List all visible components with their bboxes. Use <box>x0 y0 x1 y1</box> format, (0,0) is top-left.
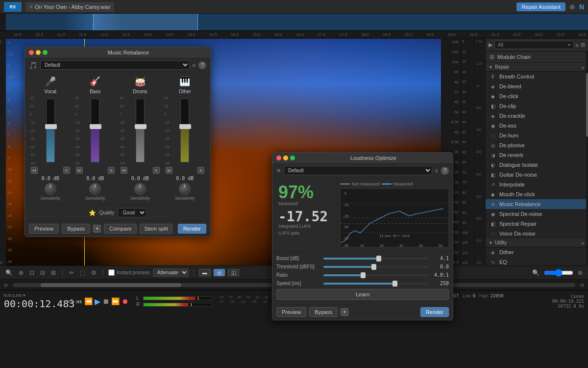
mr-menu-button[interactable]: ≡ <box>193 62 196 68</box>
lo-close-button[interactable] <box>276 156 281 160</box>
other-mute-button[interactable]: M <box>166 167 172 174</box>
mr-help-button[interactable]: ? <box>198 61 206 69</box>
file-tab[interactable]: × On Your Own - Abby Carey.wav <box>25 2 114 12</box>
lo-speed-slider[interactable] <box>323 283 429 285</box>
scroll-right-icon[interactable]: ⊲ <box>579 282 584 289</box>
lo-menu-button[interactable]: ≡ <box>435 168 438 174</box>
module-item-de-plosive[interactable]: ◎ De-plosive <box>486 140 588 150</box>
spectrogram-view-button[interactable]: ▤ <box>214 269 225 276</box>
other-solo-button[interactable]: S <box>197 167 204 174</box>
mr-render-button[interactable]: Render <box>178 224 206 234</box>
drums-fader-track[interactable] <box>136 99 145 162</box>
module-item-de-hum[interactable]: ◌ De-hum <box>486 131 588 140</box>
right-panel-scrollbar-thumb[interactable] <box>586 73 588 137</box>
lo-threshold-slider[interactable] <box>323 266 429 268</box>
utility-section-header[interactable]: ▼ Utility ▲ <box>486 238 588 247</box>
record-button[interactable]: ⏺ <box>122 297 128 305</box>
module-item-dither[interactable]: ◈ Dither <box>486 247 588 257</box>
scrollbar-thumb[interactable] <box>41 283 181 287</box>
zoom-selection-button[interactable]: ⊟ <box>39 268 47 277</box>
lo-boost-slider[interactable] <box>323 258 429 260</box>
mr-stem-split-button[interactable]: Stem split <box>140 224 172 234</box>
module-item-guitar-de-noise[interactable]: ◧ Guitar De-noise <box>486 170 588 180</box>
rewind-button[interactable]: ⏪ <box>84 297 93 305</box>
module-item-breath-control[interactable]: 🎙 Breath Control <box>486 72 588 81</box>
mr-add-button[interactable]: + <box>93 225 101 233</box>
repair-assistant-button[interactable]: Repair Assistant <box>516 2 565 11</box>
mr-compare-button[interactable]: Compare <box>104 224 137 234</box>
module-item-de-bleed[interactable]: ◈ De-bleed <box>486 81 588 91</box>
tab-close-icon[interactable]: × <box>29 3 33 10</box>
lo-maximize-button[interactable] <box>290 156 295 160</box>
module-chain-item[interactable]: ⊞ Module Chain <box>486 52 588 63</box>
module-item-de-clip[interactable]: ◧ De-clip <box>486 101 588 111</box>
mr-preview-button[interactable]: Preview <box>29 224 59 234</box>
fast-forward-button[interactable]: ⏩ <box>111 297 120 305</box>
lo-help-button[interactable]: ? <box>441 167 449 175</box>
bass-fader-area[interactable]: 20 10 0 -10 -20 -30 -40 -50 -Inf <box>74 96 117 165</box>
lo-ratio-thumb[interactable] <box>361 272 366 278</box>
module-item-voice-de-noise[interactable]: ◌ Voice De-noise <box>486 229 588 238</box>
mr-minimize-button[interactable] <box>36 50 41 55</box>
select-tool[interactable]: ⬚ <box>78 268 87 277</box>
drums-fader-thumb[interactable] <box>135 124 147 129</box>
module-item-eq[interactable]: ∿ EQ <box>486 257 588 265</box>
bass-solo-button[interactable]: S <box>108 167 115 174</box>
lo-threshold-thumb[interactable] <box>371 264 376 270</box>
module-item-music-rebalance[interactable]: ≋ Music Rebalance <box>486 199 588 209</box>
scroll-left-icon[interactable]: ⊳ <box>4 282 9 289</box>
list-icon[interactable]: ≡ <box>576 42 579 48</box>
module-item-spectral-repair[interactable]: ◧ Spectral Repair <box>486 219 588 229</box>
play-button[interactable]: ▶ <box>95 297 100 306</box>
monitor-icon[interactable]: ⊕ <box>569 3 575 11</box>
vocal-solo-button[interactable]: S <box>63 167 70 174</box>
right-panel-scrollbar[interactable] <box>586 52 588 265</box>
bass-fader-track[interactable] <box>91 99 99 162</box>
waveform-view-button[interactable]: ▬ <box>199 269 211 276</box>
drums-mute-button[interactable]: M <box>121 167 127 174</box>
brush-tool[interactable]: ⚙ <box>90 268 98 277</box>
module-item-interpolate[interactable]: ↗ Interpolate <box>486 180 588 189</box>
lo-loudness-chart[interactable]: -5 -10 -15 -20 -25 -30 10 20 30 40 50 se… <box>340 188 449 247</box>
zoom-slider[interactable] <box>544 269 573 277</box>
lo-ratio-slider[interactable] <box>323 274 429 276</box>
module-item-de-click[interactable]: ◆ De-click <box>486 91 588 101</box>
zoom-fit-button[interactable]: ⊡ <box>28 268 36 277</box>
zoom-minus-button[interactable]: 🔍 <box>531 268 541 277</box>
pencil-tool[interactable]: ✏ <box>68 268 75 277</box>
attenuation-select[interactable]: Attenuate <box>153 268 189 277</box>
vocal-fader-thumb[interactable] <box>45 124 57 129</box>
bass-mute-button[interactable]: M <box>76 167 83 174</box>
lo-minimize-button[interactable] <box>283 156 288 160</box>
module-item-dialogue-isolate[interactable]: ◐ Dialogue Isolate <box>486 160 588 170</box>
lo-bypass-button[interactable]: Bypass <box>309 307 338 317</box>
grid-icon[interactable]: ⊞ <box>581 42 585 48</box>
mr-bypass-button[interactable]: Bypass <box>62 224 90 234</box>
other-fader-track[interactable] <box>180 99 189 162</box>
other-fader-thumb[interactable] <box>179 124 191 129</box>
lo-learn-button[interactable]: Learn <box>276 289 449 300</box>
drums-solo-button[interactable]: S <box>153 167 160 174</box>
module-item-spectral-de-noise[interactable]: ◉ Spectral De-noise <box>486 209 588 219</box>
mr-preset-select[interactable]: Default <box>40 60 190 70</box>
mr-close-button[interactable] <box>29 50 34 55</box>
mr-maximize-button[interactable] <box>43 50 48 55</box>
bass-sensitivity-knob[interactable] <box>89 183 101 195</box>
module-item-de-reverb[interactable]: ◑ De-reverb <box>486 150 588 160</box>
instant-process-input[interactable] <box>108 269 115 276</box>
module-item-de-crackle[interactable]: ◈ De-crackle <box>486 111 588 121</box>
lo-render-button[interactable]: Render <box>420 307 449 317</box>
combined-view-button[interactable]: ◫ <box>228 269 239 276</box>
other-sensitivity-knob[interactable] <box>179 183 191 195</box>
bass-fader-thumb[interactable] <box>90 124 101 129</box>
zoom-reset-button[interactable]: ⊞ <box>49 268 57 277</box>
instant-process-checkbox[interactable]: Instant process <box>108 269 150 276</box>
vocal-fader-track[interactable] <box>46 99 55 162</box>
drums-fader-area[interactable]: 20 10 0 -10 -20 -30 -40 -50 -Inf <box>119 96 162 165</box>
stop-button[interactable]: ⏹ <box>102 297 109 305</box>
module-item-de-ess[interactable]: ◉ De-ess <box>486 121 588 131</box>
lo-preview-button[interactable]: Preview <box>276 307 306 317</box>
zoom-out-button[interactable]: 🔍 <box>4 268 14 277</box>
vocal-fader-area[interactable]: 20 10 0 -10 -20 -30 -40 -50 -Inf <box>29 96 72 165</box>
zoom-plus-button[interactable]: ⊕ <box>576 268 584 277</box>
